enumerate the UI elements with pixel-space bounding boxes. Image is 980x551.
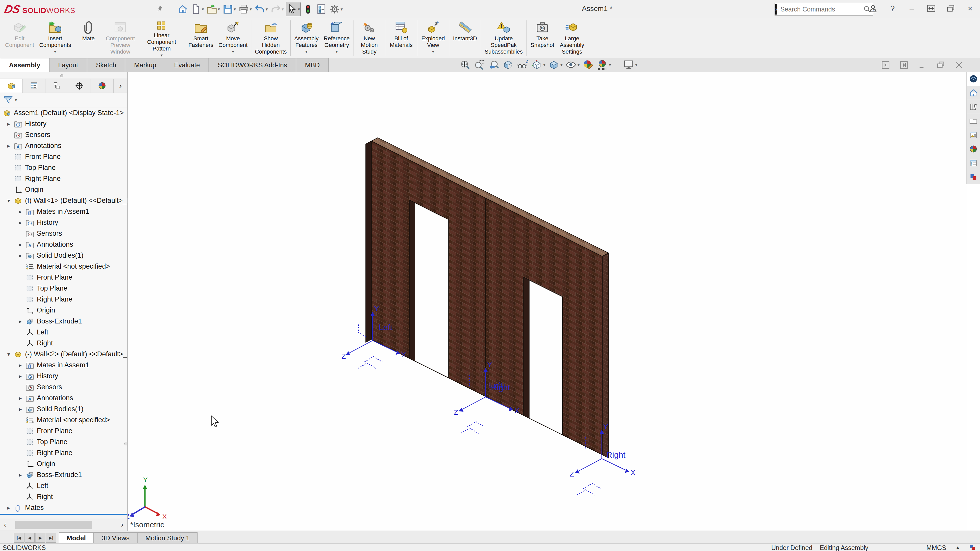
document-tab[interactable]: Motion Study 1 (137, 532, 197, 544)
file-explorer-tab[interactable] (967, 114, 980, 128)
save-button[interactable]: ▾ (222, 2, 237, 16)
tree-row[interactable]: Mates in Assem1 (0, 360, 127, 371)
ribbon-button[interactable]: New Motion Study (355, 18, 384, 58)
display-style[interactable]: ▾ (548, 59, 563, 71)
tree-row[interactable]: Right Plane (0, 294, 127, 305)
configurationmanager-tab[interactable] (45, 79, 68, 93)
ribbon-button[interactable]: Mate (74, 18, 103, 58)
propertymanager-tab[interactable] (23, 79, 45, 93)
expand-arrow[interactable] (15, 252, 25, 259)
command-tab[interactable]: Assembly (0, 58, 49, 72)
close-button[interactable]: × (964, 3, 976, 14)
tree-row[interactable]: History (0, 118, 127, 129)
expand-arrow[interactable] (3, 143, 14, 149)
search-commands-box[interactable]: › ▾ (775, 3, 873, 16)
properties-button[interactable] (315, 2, 327, 16)
units-caret[interactable]: ▲ (956, 545, 960, 550)
dropdown-caret[interactable]: ▾ (336, 49, 338, 54)
expand-arrow[interactable] (3, 121, 14, 127)
tree-row[interactable]: Sensors (0, 382, 127, 392)
view-orientation[interactable]: ▾ (531, 59, 546, 71)
document-tab[interactable]: Model (59, 532, 94, 544)
restore-button[interactable] (945, 3, 956, 14)
expand-arrow[interactable] (15, 373, 25, 380)
ribbon-button[interactable]: Smart Fasteners (186, 18, 216, 58)
hide-show-annotations[interactable] (517, 59, 528, 71)
tree-row[interactable]: (-) Wall<2> (Default) <<Default>_Di (0, 349, 127, 360)
tree-row[interactable]: Front Plane (0, 426, 127, 437)
search-input[interactable] (778, 5, 863, 13)
tree-row[interactable]: Right (0, 491, 127, 502)
scroll-thumb[interactable] (15, 521, 92, 529)
model-canvas[interactable]: Y Z X Y Z X Y Z X Left Left Right Right … (127, 72, 967, 530)
dropdown-caret[interactable]: ▾ (340, 6, 343, 12)
displaymanager-tab[interactable] (91, 79, 114, 93)
tree-row[interactable]: Mates in Assem1 (0, 206, 127, 217)
panel-tabs-overflow[interactable]: › (114, 79, 127, 93)
doc-restore[interactable] (935, 60, 946, 70)
zoom-to-area[interactable] (474, 59, 485, 71)
doc-close[interactable] (953, 60, 965, 70)
view-palette-tab[interactable] (967, 128, 980, 142)
tree-row[interactable]: Sensors (0, 129, 127, 140)
dropdown-caret[interactable]: ▾ (282, 6, 284, 12)
collapse-left[interactable] (880, 60, 891, 70)
dropdown-caret[interactable]: ▾ (54, 49, 56, 54)
command-tab[interactable]: MBD (296, 58, 329, 72)
scroll-left-arrow[interactable]: ‹ (0, 521, 10, 529)
command-tab[interactable]: Evaluate (165, 58, 209, 72)
tree-row[interactable]: Material <not specified> (0, 261, 127, 272)
open-button[interactable]: ▾ (206, 2, 221, 16)
dropdown-caret[interactable]: ▾ (250, 6, 252, 12)
section-view[interactable] (502, 59, 514, 71)
minimize-button[interactable]: – (906, 3, 918, 14)
xpert-button[interactable] (302, 2, 314, 16)
3dexperience-tab[interactable] (967, 72, 980, 86)
expand-button[interactable] (925, 3, 937, 14)
new-document-button[interactable]: ▾ (190, 2, 205, 16)
tree-row[interactable]: Mates (0, 502, 127, 513)
expand-arrow[interactable] (15, 209, 25, 215)
tree-row[interactable]: Right (0, 338, 127, 349)
tree-row[interactable]: History (0, 217, 127, 228)
dropdown-caret[interactable]: ▾ (232, 49, 234, 54)
tree-row[interactable]: (f) Wall<1> (Default) <<Default>_Di (0, 195, 127, 206)
tree-row[interactable]: Right Plane (0, 173, 127, 184)
dropdown-caret[interactable]: ▾ (305, 49, 307, 54)
dropdown-caret[interactable]: ▾ (218, 6, 220, 12)
command-tab[interactable]: SOLIDWORKS Add-Ins (209, 58, 296, 72)
tree-row[interactable]: Annotations (0, 239, 127, 250)
tree-bottom-splitter[interactable] (0, 514, 127, 515)
previous-view[interactable] (488, 59, 500, 71)
zoom-to-fit[interactable] (460, 59, 471, 71)
dropdown-caret[interactable]: ▾ (298, 6, 300, 12)
search-scope-icon[interactable]: › (775, 4, 777, 14)
appearances-tab[interactable] (967, 142, 980, 156)
dropdown-caret[interactable]: ▾ (234, 6, 236, 12)
tree-row[interactable]: Solid Bodies(1) (0, 250, 127, 261)
ribbon-button[interactable]: Take Snapshot (528, 18, 557, 58)
select-button[interactable]: ▾ (286, 2, 301, 16)
print-button[interactable]: ▾ (238, 2, 252, 16)
help-button[interactable]: ? (886, 3, 898, 14)
ribbon-button[interactable]: Large Assembly Settings (557, 18, 587, 58)
command-tab[interactable]: Markup (125, 58, 165, 72)
apply-scene[interactable]: ▾ (597, 59, 611, 71)
ribbon-button[interactable]: Move Component ▾ (216, 18, 250, 58)
tree-row[interactable]: Left (0, 480, 127, 491)
ribbon-button[interactable]: Insert Components ▾ (37, 18, 74, 58)
dropdown-caret[interactable]: ▾ (543, 62, 546, 67)
ribbon-button[interactable]: Instant3D (450, 18, 480, 58)
tree-row[interactable]: Left (0, 327, 127, 338)
collapse-right[interactable] (898, 60, 910, 70)
doc-minimize[interactable] (917, 60, 928, 70)
tab-nav-button[interactable]: ◀ (24, 533, 35, 543)
ribbon-button[interactable]: Reference Geometry ▾ (321, 18, 352, 58)
featuremanager-tab[interactable] (0, 79, 23, 93)
account-button[interactable] (867, 3, 879, 14)
tree-row[interactable]: Right Plane (0, 448, 127, 458)
pin-icon[interactable] (156, 5, 164, 14)
ribbon-button[interactable]: Assembly Features ▾ (292, 18, 321, 58)
tree-row[interactable]: Solid Bodies(1) (0, 403, 127, 414)
tree-row[interactable]: Annotations (0, 140, 127, 151)
